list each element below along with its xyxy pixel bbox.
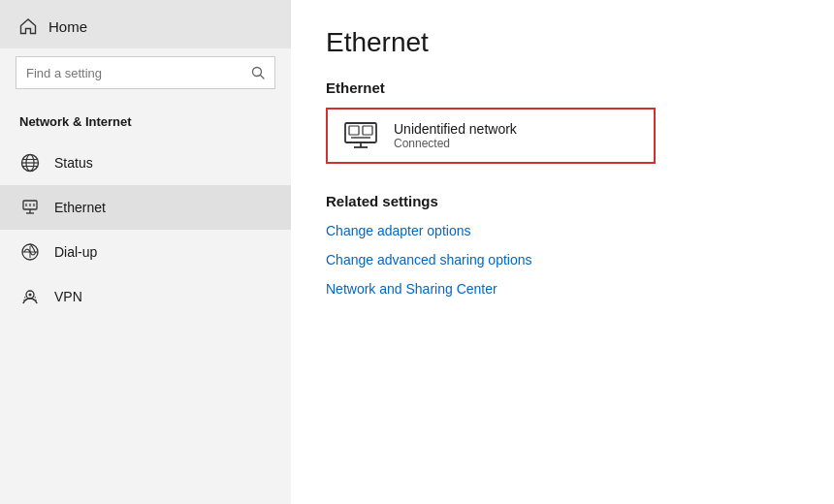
sidebar-item-ethernet-label: Ethernet [54,200,106,215]
svg-line-1 [261,76,265,79]
change-sharing-link[interactable]: Change advanced sharing options [326,252,799,268]
related-settings-header: Related settings [326,193,799,209]
svg-rect-25 [363,126,372,135]
sidebar-item-ethernet[interactable]: Ethernet [0,185,291,230]
sidebar-item-dialup-label: Dial-up [54,244,97,260]
network-card[interactable]: Unidentified network Connected [326,108,656,164]
home-label: Home [48,18,87,35]
sidebar-item-status[interactable]: Status [0,141,291,185]
home-nav-item[interactable]: Home [0,0,291,48]
svg-point-17 [29,294,32,297]
monitor-icon [343,121,378,150]
network-info: Unidentified network Connected [394,121,517,150]
section-title: Network & Internet [0,105,291,141]
search-box-container [0,48,291,105]
network-name: Unidentified network [394,121,517,137]
vpn-icon [19,287,41,306]
sidebar: Home Network & Internet Status [0,0,291,504]
page-title: Ethernet [326,27,799,58]
sidebar-item-status-label: Status [54,155,93,171]
main-content: Ethernet Ethernet Unidentified network C… [291,0,834,504]
ethernet-section-header: Ethernet [326,79,799,96]
home-icon [19,17,37,35]
search-icon [251,66,265,79]
network-center-link[interactable]: Network and Sharing Center [326,281,799,297]
svg-rect-24 [349,126,359,135]
dialup-icon [19,242,41,262]
network-status: Connected [394,137,517,150]
sidebar-item-vpn[interactable]: VPN [0,274,291,319]
globe-icon [19,153,41,173]
sidebar-item-vpn-label: VPN [54,289,82,304]
sidebar-item-dialup[interactable]: Dial-up [0,230,291,274]
ethernet-icon [19,198,41,217]
change-adapter-link[interactable]: Change adapter options [326,223,799,238]
search-box[interactable] [16,56,275,89]
search-input[interactable] [26,66,251,80]
